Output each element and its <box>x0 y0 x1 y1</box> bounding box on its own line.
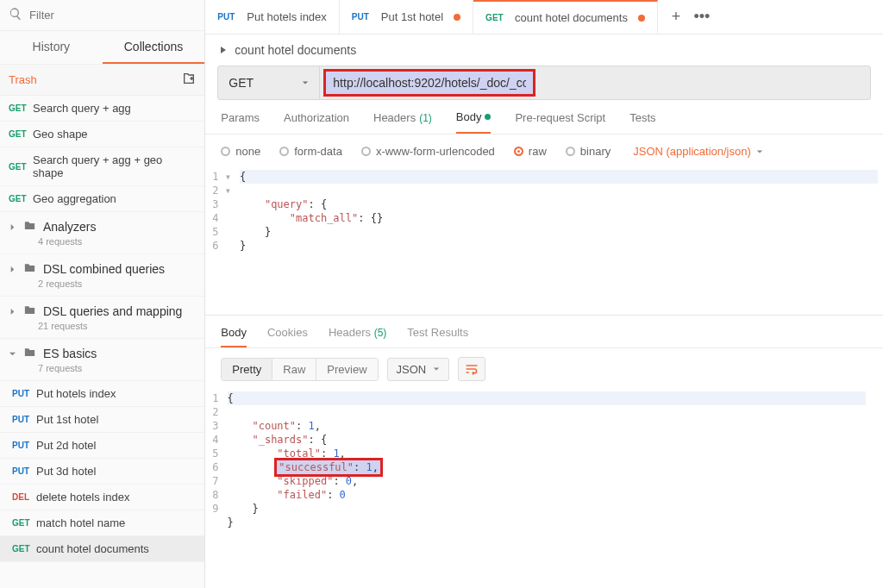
response-tabs: Body Cookies Headers (5) Test Results <box>205 319 883 348</box>
request-name: Put 2d hotel <box>36 439 96 452</box>
radio-xwww[interactable]: x-www-form-urlencoded <box>361 145 495 158</box>
tab-headers[interactable]: Headers (1) <box>373 110 432 134</box>
trash-row[interactable]: Trash <box>0 65 204 96</box>
folder-count: 2 requests <box>38 278 196 289</box>
caret-icon <box>9 347 16 360</box>
request-name: match hotel name <box>36 516 125 529</box>
tab-prerequest[interactable]: Pre-request Script <box>515 110 605 134</box>
filter-input[interactable] <box>22 5 196 25</box>
sidebar-request[interactable]: GETSearch query + agg + geo shape <box>0 147 204 186</box>
sidebar-request[interactable]: PUTPut hotels index <box>0 381 204 407</box>
content-type-select[interactable]: JSON (application/json) <box>633 145 763 158</box>
method-label: GET <box>12 518 36 528</box>
trash-label: Trash <box>9 73 37 86</box>
sidebar-request[interactable]: PUTPut 1st hotel <box>0 407 204 433</box>
sidebar-folder[interactable]: DSL queries and mapping21 requests <box>0 297 204 339</box>
method-select[interactable]: GET <box>218 66 320 99</box>
tab-options-button[interactable]: ••• <box>691 6 713 28</box>
sidebar-request[interactable]: PUTPut 3d hotel <box>0 459 204 485</box>
method-label: GET <box>9 162 33 172</box>
folder-name: Analyzers <box>43 220 96 234</box>
request-tab[interactable]: PUTPut 1st hotel <box>340 0 473 34</box>
folder-icon <box>23 303 36 319</box>
new-folder-icon[interactable] <box>182 72 196 88</box>
folder-name: DSL queries and mapping <box>43 304 182 318</box>
sidebar-request[interactable]: GETGeo aggregation <box>0 186 204 212</box>
sidebar-tabs: History Collections <box>0 31 204 65</box>
sidebar-request[interactable]: GETmatch hotel name <box>0 510 204 536</box>
sidebar-folder[interactable]: Analyzers4 requests <box>0 212 204 254</box>
method-label: GET <box>12 544 36 554</box>
radio-none[interactable]: none <box>221 145 260 158</box>
request-name: Search query + agg + geo shape <box>33 153 196 179</box>
folder-icon <box>23 261 36 277</box>
request-name: Put 3d hotel <box>36 465 96 478</box>
radio-form-data[interactable]: form-data <box>279 145 342 158</box>
caret-icon <box>9 305 16 318</box>
resp-tab-test-results[interactable]: Test Results <box>407 326 468 347</box>
main-area: PUTPut hotels indexPUTPut 1st hotelGETco… <box>205 0 883 588</box>
tab-params[interactable]: Params <box>221 110 260 134</box>
body-types-row: none form-data x-www-form-urlencoded raw… <box>205 134 883 168</box>
tab-history[interactable]: History <box>0 31 103 64</box>
radio-raw[interactable]: raw <box>514 145 547 158</box>
method-url-row: GET <box>217 66 871 100</box>
method-label: GET <box>9 194 33 203</box>
tab-label: Put hotels index <box>247 10 327 23</box>
wrap-lines-button[interactable] <box>458 357 485 381</box>
tab-label: Put 1st hotel <box>381 10 443 23</box>
sidebar-request[interactable]: PUTPut 2d hotel <box>0 433 204 459</box>
radio-binary[interactable]: binary <box>566 145 611 158</box>
headers-count: (1) <box>419 112 432 124</box>
sidebar-folder[interactable]: DSL combined queries2 requests <box>0 254 204 297</box>
collection-list: GETSearch query + aggGETGeo shapeGETSear… <box>0 96 204 588</box>
dirty-dot-icon <box>454 14 460 21</box>
tab-collections[interactable]: Collections <box>103 31 205 64</box>
request-body-editor[interactable]: 1 ▾ 2 ▾ 3 4 5 6 { "query": { "match_all"… <box>205 168 883 268</box>
resp-tab-cookies[interactable]: Cookies <box>267 326 308 347</box>
view-preview[interactable]: Preview <box>316 359 377 380</box>
request-sub-tabs: Params Authorization Headers (1) Body Pr… <box>205 100 883 134</box>
folder-icon <box>23 346 36 361</box>
filter-row <box>0 0 204 31</box>
request-name: delete hotels index <box>36 491 129 504</box>
url-input[interactable] <box>326 72 533 94</box>
request-name: count hotel documents <box>36 542 149 555</box>
breadcrumb[interactable]: count hotel documents <box>205 34 883 66</box>
request-name: Geo aggregation <box>33 192 116 205</box>
sidebar: History Collections Trash GETSearch quer… <box>0 0 205 588</box>
method-label: PUT <box>12 466 36 476</box>
response-pane: Body Cookies Headers (5) Test Results Pr… <box>205 315 883 531</box>
resp-tab-body[interactable]: Body <box>221 326 247 347</box>
tab-tests[interactable]: Tests <box>629 110 655 134</box>
tab-authorization[interactable]: Authorization <box>284 110 349 134</box>
sidebar-request[interactable]: DELdelete hotels index <box>0 485 204 510</box>
method-label: GET <box>9 103 33 113</box>
search-icon <box>9 7 22 23</box>
tab-label: count hotel documents <box>515 11 628 24</box>
url-highlight <box>323 69 535 97</box>
tab-body[interactable]: Body <box>456 110 492 134</box>
request-tab[interactable]: PUTPut hotels index <box>205 0 340 34</box>
method-label: PUT <box>12 441 36 450</box>
sidebar-folder[interactable]: ES basics7 requests <box>0 339 204 381</box>
view-pretty[interactable]: Pretty <box>222 359 272 380</box>
request-tab[interactable]: GETcount hotel documents <box>473 0 658 34</box>
folder-count: 7 requests <box>38 363 196 373</box>
new-tab-button[interactable]: + <box>665 6 687 28</box>
body-dirty-dot <box>485 114 491 120</box>
request-name: Put hotels index <box>36 387 116 400</box>
sidebar-request[interactable]: GETSearch query + agg <box>0 96 204 122</box>
tabs-actions: + ••• <box>658 6 720 28</box>
method-label: PUT <box>12 415 36 424</box>
view-mode-segment: Pretty Raw Preview <box>221 358 378 381</box>
sidebar-request[interactable]: GETcount hotel documents <box>0 536 204 562</box>
sidebar-request[interactable]: GETGeo shape <box>0 122 204 147</box>
resp-tab-headers[interactable]: Headers (5) <box>329 326 386 347</box>
response-toolbar: Pretty Raw Preview JSON <box>205 348 883 390</box>
caret-icon <box>9 221 16 234</box>
view-raw[interactable]: Raw <box>272 359 316 380</box>
response-format-select[interactable]: JSON <box>387 358 450 381</box>
folder-count: 21 requests <box>38 321 196 331</box>
response-body-viewer[interactable]: 1 2 3 4 5 6 7 8 9 { "count": 1, "_shards… <box>205 390 883 531</box>
